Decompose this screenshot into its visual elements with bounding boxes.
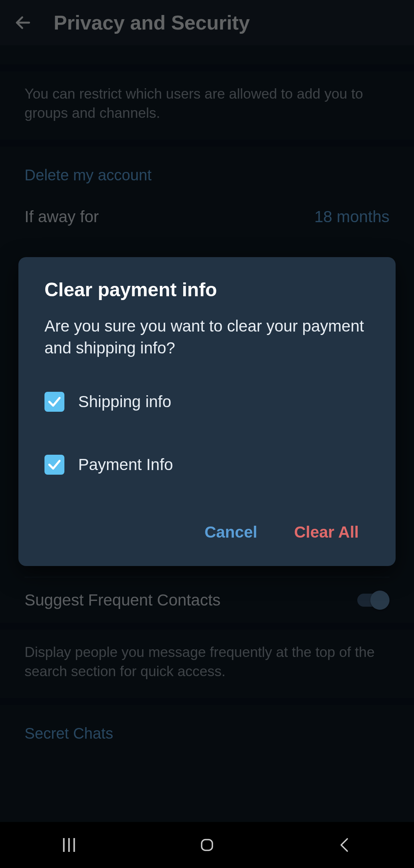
system-nav-bar: [0, 822, 414, 868]
section-gap: [0, 698, 414, 705]
dialog-clear-payment-info: Clear payment info Are you sure you want…: [18, 257, 396, 566]
dialog-option-payment[interactable]: Payment Info: [44, 445, 370, 485]
page-title: Privacy and Security: [54, 11, 250, 34]
option-label: Shipping info: [78, 393, 171, 411]
clear-all-button[interactable]: Clear All: [283, 515, 370, 549]
toggle-thumb: [370, 591, 389, 610]
back-nav-button[interactable]: [322, 830, 368, 860]
home-button[interactable]: [184, 830, 230, 860]
section-header-delete-account: Delete my account: [0, 147, 414, 195]
groups-helper-text: You can restrict which users are allowed…: [0, 71, 414, 140]
setting-label: If away for: [25, 208, 99, 226]
checkbox-shipping[interactable]: [44, 392, 64, 412]
toggle-suggest-frequent[interactable]: [357, 591, 389, 610]
check-icon: [47, 457, 62, 472]
dialog-option-shipping[interactable]: Shipping info: [44, 382, 370, 422]
home-icon: [198, 836, 216, 854]
checkbox-payment[interactable]: [44, 455, 64, 475]
app-bar: Privacy and Security: [0, 0, 414, 45]
svg-rect-4: [202, 840, 212, 850]
recents-icon: [59, 835, 79, 855]
section-gap: [0, 623, 414, 630]
suggest-helper-text: Display people you message frequently at…: [0, 630, 414, 698]
setting-label: Suggest Frequent Contacts: [25, 591, 220, 609]
setting-row-suggest-frequent[interactable]: Suggest Frequent Contacts: [0, 578, 414, 623]
section-gap: [0, 64, 414, 71]
recents-button[interactable]: [46, 830, 92, 860]
cancel-button[interactable]: Cancel: [194, 515, 268, 549]
dialog-title: Clear payment info: [44, 279, 370, 301]
setting-row-away-for[interactable]: If away for 18 months: [0, 195, 414, 239]
dialog-message: Are you sure you want to clear your paym…: [44, 315, 370, 359]
setting-row-invites[interactable]: Invites Everybody: [0, 45, 414, 64]
check-icon: [47, 394, 62, 409]
arrow-left-icon: [14, 13, 32, 32]
option-label: Payment Info: [78, 455, 173, 474]
section-gap: [0, 140, 414, 147]
back-button[interactable]: [8, 7, 38, 38]
dialog-actions: Cancel Clear All: [44, 515, 370, 549]
section-header-secret-chats: Secret Chats: [0, 705, 414, 753]
setting-value: 18 months: [314, 208, 389, 226]
chevron-left-icon: [336, 836, 354, 854]
